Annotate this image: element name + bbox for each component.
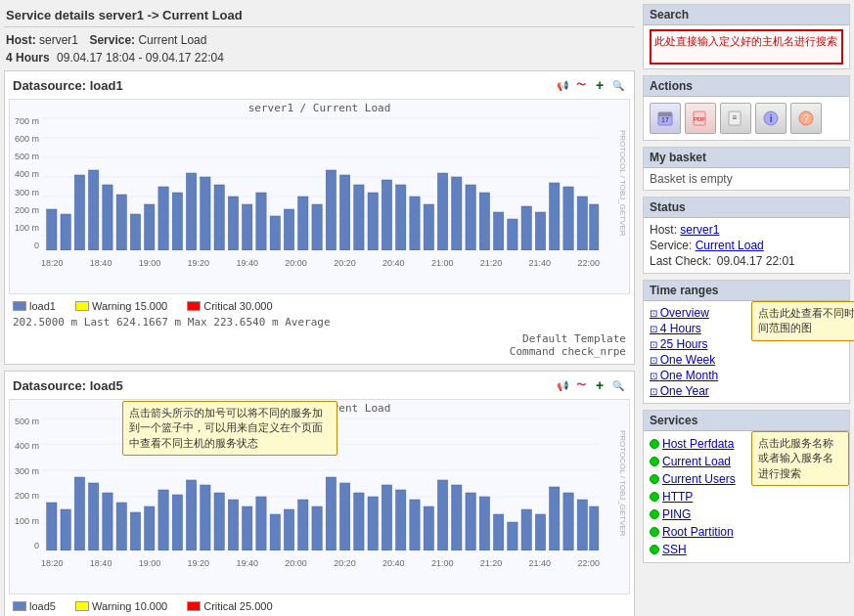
- calendar-button[interactable]: 17: [650, 103, 681, 134]
- datasource1-legend: load1 Warning 15.000 Critical 30.000: [9, 298, 630, 314]
- services-tooltip: 点击此服务名称或者输入服务名进行搜索: [751, 431, 849, 486]
- svg-rect-84: [494, 514, 504, 550]
- timerange-tooltip: 点击此处查看不同时间范围的图: [751, 301, 854, 341]
- status-header: Status: [644, 198, 849, 218]
- svg-rect-65: [228, 500, 238, 550]
- host-info: Host: server1 Service: Current Load: [4, 31, 635, 49]
- zoom-icon[interactable]: 🔍: [610, 77, 626, 93]
- time-ranges-section: Time ranges Overview 4 Hours 25 Hours On…: [643, 280, 850, 404]
- protocol2-label: PROTOCOL / TOBJ_GETVER: [618, 417, 627, 550]
- service-link-currentload[interactable]: Current Load: [662, 454, 731, 469]
- actions-header: Actions: [644, 76, 849, 97]
- service-dot: [650, 492, 659, 502]
- svg-rect-73: [339, 483, 349, 550]
- svg-rect-74: [354, 493, 364, 550]
- svg-rect-44: [563, 187, 573, 250]
- service-link-ping[interactable]: PING: [662, 506, 691, 522]
- svg-rect-52: [47, 503, 57, 550]
- zoom2-icon[interactable]: 🔍: [610, 377, 626, 393]
- svg-rect-39: [494, 212, 504, 250]
- svg-rect-69: [284, 509, 293, 550]
- svg-rect-43: [550, 183, 560, 250]
- service-dot: [650, 439, 659, 449]
- svg-rect-46: [590, 204, 599, 250]
- timerange-oneyear[interactable]: One Year: [650, 383, 843, 399]
- svg-rect-23: [270, 216, 280, 250]
- svg-rect-75: [368, 497, 378, 550]
- datasource1-block: Datasource: load1 📢 〜 + 🔍 server1 / Curr…: [4, 70, 635, 365]
- svg-rect-38: [479, 193, 489, 250]
- service-row-ssh: SSH: [650, 541, 843, 558]
- svg-text:PDF: PDF: [694, 116, 705, 122]
- service-link-currentusers[interactable]: Current Users: [662, 471, 736, 487]
- export-button[interactable]: ≡: [720, 103, 751, 134]
- basket-section: My basket Basket is empty: [643, 147, 850, 191]
- svg-rect-13: [130, 214, 140, 250]
- basket-tooltip: 点击箭头所示的加号可以将不同的服务加到一个篮子中，可以用来自定义在个页面中查看不…: [122, 401, 337, 456]
- service-link-rootpartition[interactable]: Root Partition: [662, 524, 734, 540]
- svg-rect-66: [243, 506, 252, 550]
- svg-rect-21: [243, 204, 252, 250]
- service-row-http: HTTP: [650, 488, 843, 506]
- status-service-link[interactable]: Current Load: [696, 239, 764, 252]
- svg-rect-15: [158, 187, 168, 250]
- svg-rect-76: [382, 485, 391, 550]
- service-link-http[interactable]: HTTP: [662, 489, 693, 505]
- service-dot: [650, 457, 659, 466]
- add2-icon[interactable]: +: [592, 377, 607, 393]
- svg-rect-9: [74, 175, 84, 250]
- service-label: Service:: [89, 33, 135, 47]
- info-button[interactable]: i: [755, 103, 787, 134]
- status-service-line: Service: Current Load: [650, 238, 843, 253]
- svg-rect-56: [103, 493, 112, 550]
- basket-text: Basket is empty: [650, 170, 733, 188]
- svg-rect-63: [201, 485, 210, 550]
- host-label: Host:: [6, 33, 36, 47]
- legend2-item1: load5: [13, 600, 56, 612]
- svg-rect-33: [410, 197, 420, 250]
- search-input[interactable]: 此处直接输入定义好的主机名进行搜索: [650, 29, 843, 65]
- svg-rect-17: [186, 173, 196, 250]
- time-info: 4 Hours 09.04.17 18:04 - 09.04.17 22:04: [4, 49, 635, 70]
- service-dot: [650, 474, 659, 484]
- service-link-hostperfdata[interactable]: Host Perfdata: [662, 436, 734, 452]
- svg-rect-90: [577, 500, 587, 550]
- datasource2-icons: 📢 〜 + 🔍: [555, 377, 626, 393]
- svg-rect-41: [521, 206, 531, 250]
- svg-rect-78: [410, 500, 420, 550]
- svg-rect-85: [508, 522, 517, 550]
- service-dot: [650, 527, 659, 537]
- svg-rect-53: [61, 509, 70, 550]
- svg-rect-89: [563, 493, 573, 550]
- svg-rect-61: [172, 495, 182, 550]
- svg-rect-8: [61, 214, 70, 250]
- basket-body: Basket is empty: [644, 168, 849, 190]
- service-row-rootpartition: Root Partition: [650, 523, 843, 541]
- help-button[interactable]: ?: [790, 103, 822, 134]
- svg-rect-26: [312, 204, 322, 250]
- datasource2-block: Datasource: load5 📢 〜 + 🔍 点击箭头所示的加号可以将不同…: [4, 371, 635, 616]
- add-icon[interactable]: +: [592, 77, 607, 93]
- wave-icon[interactable]: 〜: [573, 77, 589, 93]
- svg-rect-57: [116, 503, 126, 550]
- svg-rect-62: [186, 480, 196, 550]
- svg-rect-29: [354, 185, 364, 250]
- wave2-icon[interactable]: 〜: [573, 377, 589, 393]
- svg-rect-37: [466, 185, 475, 250]
- service-dot: [650, 509, 659, 519]
- svg-rect-71: [312, 506, 322, 550]
- alert2-icon[interactable]: 📢: [555, 377, 570, 393]
- svg-rect-24: [284, 209, 293, 250]
- svg-rect-68: [270, 514, 280, 550]
- services-section: Services Host Perfdata Current Load Curr…: [643, 410, 850, 563]
- svg-rect-14: [145, 204, 155, 250]
- timerange-oneweek[interactable]: One Week: [650, 352, 843, 368]
- timerange-onemonth[interactable]: One Month: [650, 368, 843, 383]
- service-link-ssh[interactable]: SSH: [662, 542, 687, 557]
- pdf-button[interactable]: PDF: [685, 103, 716, 134]
- alert-icon[interactable]: 📢: [555, 77, 570, 93]
- status-host-link[interactable]: server1: [680, 223, 719, 237]
- svg-rect-64: [214, 493, 224, 550]
- svg-rect-18: [201, 177, 210, 250]
- datasource1-icons: 📢 〜 + 🔍: [555, 77, 626, 93]
